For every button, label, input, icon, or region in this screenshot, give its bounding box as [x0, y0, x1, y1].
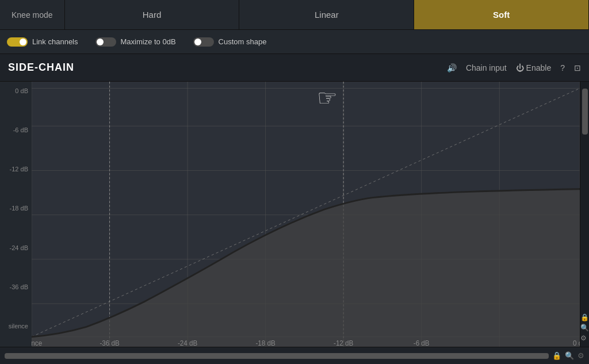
bottom-lock-icon[interactable]: 🔒: [552, 351, 561, 360]
y-label-24db: -24 dB: [3, 244, 28, 251]
svg-text:-6 dB: -6 dB: [414, 339, 430, 347]
controls-row: Link channels Maximize to 0dB Custom sha…: [0, 30, 589, 54]
knee-mode-tabs: Knee mode Hard Linear Soft: [0, 0, 589, 30]
bottom-bar: 🔒 🔍 ⚙: [0, 347, 589, 364]
custom-shape-label: Custom shape: [219, 37, 267, 46]
y-label-18db: -18 dB: [3, 205, 28, 212]
maximize-label: Maximize to 0dB: [121, 37, 176, 46]
svg-text:-24 dB: -24 dB: [178, 339, 197, 347]
speaker-icon[interactable]: 🔊: [447, 63, 457, 72]
svg-text:-12 dB: -12 dB: [334, 339, 353, 347]
expand-button[interactable]: ⊡: [574, 63, 581, 72]
y-label-0db: 0 dB: [3, 87, 28, 94]
svg-text:silence: silence: [32, 339, 42, 347]
tab-linear[interactable]: Linear: [239, 0, 414, 29]
svg-text:0 dB: 0 dB: [573, 339, 580, 347]
y-label-12db: -12 dB: [3, 166, 28, 173]
scrollbar-thumb[interactable]: [582, 89, 588, 135]
chart-svg: silence -36 dB -24 dB -18 dB -12 dB -6 d…: [32, 82, 580, 347]
link-channels-toggle[interactable]: [7, 37, 28, 47]
custom-shape-toggle[interactable]: [193, 37, 214, 47]
svg-text:-36 dB: -36 dB: [100, 339, 119, 347]
custom-shape-control: Custom shape: [193, 37, 267, 47]
y-label-36db: -36 dB: [3, 283, 28, 290]
y-axis: 0 dB -6 dB -12 dB -18 dB -24 dB -36 dB s…: [0, 82, 32, 347]
sidechain-controls: 🔊 Chain input ⏻ Enable ? ⊡: [447, 63, 581, 72]
bottom-extra-icon[interactable]: ⚙: [577, 351, 584, 360]
right-scrollbar[interactable]: 🔒 🔍 ⚙: [580, 82, 589, 347]
link-channels-control: Link channels: [7, 37, 78, 47]
tab-hard[interactable]: Hard: [65, 0, 240, 29]
y-label-silence: silence: [3, 323, 28, 329]
chain-input-label: Chain input: [466, 63, 507, 72]
maximize-toggle[interactable]: [95, 37, 116, 47]
maximize-control: Maximize to 0dB: [95, 37, 176, 47]
sidechain-header: SIDE-CHAIN 🔊 Chain input ⏻ Enable ? ⊡: [0, 54, 589, 82]
bottom-icons: 🔒 🔍 ⚙: [552, 351, 584, 360]
tab-soft[interactable]: Soft: [414, 0, 589, 29]
y-label-6db: -6 dB: [3, 127, 28, 133]
chart-area[interactable]: silence -36 dB -24 dB -18 dB -12 dB -6 d…: [32, 82, 580, 347]
settings-icon[interactable]: ⚙: [580, 334, 589, 342]
lock-icon[interactable]: 🔒: [580, 313, 589, 321]
help-button[interactable]: ?: [560, 63, 565, 72]
chart-container: 0 dB -6 dB -12 dB -18 dB -24 dB -36 dB s…: [0, 82, 589, 347]
sidechain-title: SIDE-CHAIN: [8, 62, 74, 74]
zoom-icon[interactable]: 🔍: [580, 324, 589, 332]
h-scrollbar-thumb[interactable]: [5, 353, 549, 359]
horizontal-scrollbar[interactable]: [5, 353, 549, 359]
knee-mode-label: Knee mode: [0, 0, 65, 29]
link-channels-label: Link channels: [32, 37, 78, 46]
svg-text:-18 dB: -18 dB: [255, 339, 275, 347]
enable-button[interactable]: ⏻ Enable: [516, 63, 551, 72]
bottom-zoom-icon[interactable]: 🔍: [565, 351, 574, 360]
